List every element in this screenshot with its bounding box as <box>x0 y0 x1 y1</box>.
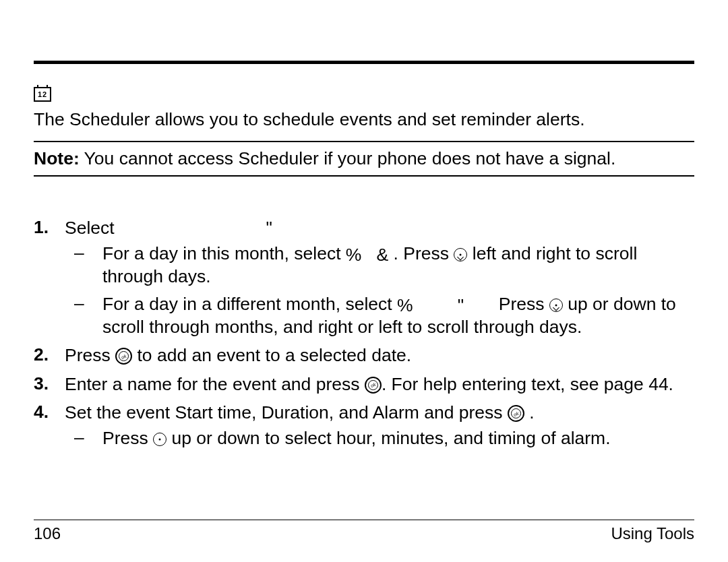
s1s1-c: . Press <box>388 243 454 263</box>
amp-glyph: & <box>377 244 389 266</box>
s1s1-gap1 <box>361 243 376 263</box>
intro-text: The Scheduler allows you to schedule eve… <box>34 108 694 130</box>
step-1-a: Select <box>65 218 119 238</box>
note-label: Note: <box>34 148 80 168</box>
s4s1-b: up or down to select hour, minutes, and … <box>166 428 610 448</box>
s2-b: to add an event to a selected date. <box>132 345 411 365</box>
page-footer: 106 Using Tools <box>34 520 694 543</box>
step-2: Press to add an event to a selected date… <box>34 344 694 366</box>
calendar-icon: 12 <box>34 87 51 102</box>
ok-icon <box>365 377 382 394</box>
ok-icon <box>115 348 132 365</box>
nav-icon <box>454 248 467 261</box>
nav-icon <box>549 299 563 312</box>
s1s2-c: Press <box>464 294 549 314</box>
step-list: Select " For a day in this month, select… <box>34 217 694 449</box>
s1s1-a: For a day in this month, select <box>102 243 346 263</box>
step-1-sub-1: For a day in this month, select % & . Pr… <box>65 243 694 288</box>
manual-page: 12 The Scheduler allows you to schedule … <box>0 0 728 562</box>
step-3: Enter a name for the event and press . F… <box>34 373 694 395</box>
s3-a: Enter a name for the event and press <box>65 374 365 394</box>
intro-block: 12 The Scheduler allows you to schedule … <box>34 87 694 130</box>
s1s2-gap1 <box>413 294 458 314</box>
nav-icon <box>153 433 166 446</box>
s2-a: Press <box>65 345 115 365</box>
s4-b: . <box>524 402 535 423</box>
percent-glyph: % <box>397 294 413 316</box>
s1s2-a: For a day in a different month, select <box>102 294 397 314</box>
s3-b: . For help entering text, see page 44. <box>382 374 673 394</box>
ok-icon <box>508 405 524 422</box>
page-number: 106 <box>34 524 61 543</box>
section-name: Using Tools <box>611 524 694 543</box>
note-text: You cannot access Scheduler if your phon… <box>80 148 616 168</box>
step-4-sub-1: Press up or down to select hour, minutes… <box>65 427 694 449</box>
step-1-sub-2: For a day in a different month, select %… <box>65 293 694 338</box>
top-rule <box>34 61 694 64</box>
s4s1-a: Press <box>102 428 153 448</box>
note-block: Note: You cannot access Scheduler if you… <box>34 141 694 176</box>
step-4: Set the event Start time, Duration, and … <box>34 402 694 449</box>
step-1: Select " For a day in this month, select… <box>34 217 694 338</box>
footer-rule <box>34 520 694 520</box>
quote-glyph: " <box>458 294 464 316</box>
step-1-b: " <box>266 218 272 238</box>
percent-glyph: % <box>346 244 362 266</box>
s4-a: Set the event Start time, Duration, and … <box>65 402 508 423</box>
